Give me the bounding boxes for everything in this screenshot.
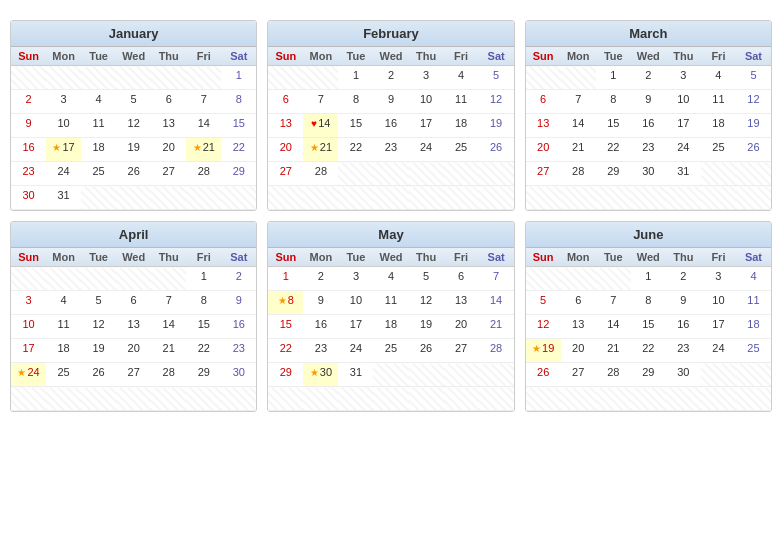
calendar-cell[interactable]: 2: [666, 267, 701, 291]
calendar-cell[interactable]: 28: [561, 162, 596, 186]
calendar-cell[interactable]: 6: [561, 291, 596, 315]
calendar-cell[interactable]: 13: [268, 114, 303, 138]
calendar-cell[interactable]: 11: [444, 90, 479, 114]
calendar-cell[interactable]: 10: [409, 90, 444, 114]
calendar-cell[interactable]: 21: [596, 339, 631, 363]
calendar-cell[interactable]: 15: [186, 315, 221, 339]
calendar-cell[interactable]: 19: [81, 339, 116, 363]
calendar-cell[interactable]: 31: [666, 162, 701, 186]
calendar-cell[interactable]: 6: [151, 90, 186, 114]
calendar-cell[interactable]: 24: [46, 162, 81, 186]
calendar-cell[interactable]: 22: [338, 138, 373, 162]
calendar-cell[interactable]: 6: [268, 90, 303, 114]
calendar-cell[interactable]: ★30: [303, 363, 338, 387]
calendar-cell[interactable]: 28: [479, 339, 514, 363]
calendar-cell[interactable]: 25: [373, 339, 408, 363]
calendar-cell[interactable]: 22: [596, 138, 631, 162]
calendar-cell[interactable]: 9: [11, 114, 46, 138]
calendar-cell[interactable]: 13: [116, 315, 151, 339]
calendar-cell[interactable]: 24: [338, 339, 373, 363]
calendar-cell[interactable]: 23: [221, 339, 256, 363]
calendar-cell[interactable]: 18: [444, 114, 479, 138]
calendar-cell[interactable]: 1: [221, 66, 256, 90]
calendar-cell[interactable]: 28: [303, 162, 338, 186]
calendar-cell[interactable]: 17: [666, 114, 701, 138]
calendar-cell[interactable]: 23: [373, 138, 408, 162]
calendar-cell[interactable]: 27: [561, 363, 596, 387]
calendar-cell[interactable]: 10: [46, 114, 81, 138]
calendar-cell[interactable]: 20: [444, 315, 479, 339]
calendar-cell[interactable]: 31: [338, 363, 373, 387]
calendar-cell[interactable]: 8: [221, 90, 256, 114]
calendar-cell[interactable]: 5: [81, 291, 116, 315]
calendar-cell[interactable]: 18: [81, 138, 116, 162]
calendar-cell[interactable]: 6: [116, 291, 151, 315]
calendar-cell[interactable]: 30: [666, 363, 701, 387]
calendar-cell[interactable]: 17: [409, 114, 444, 138]
calendar-cell[interactable]: 8: [186, 291, 221, 315]
calendar-cell[interactable]: 7: [561, 90, 596, 114]
calendar-cell[interactable]: 17: [701, 315, 736, 339]
calendar-cell[interactable]: 8: [596, 90, 631, 114]
calendar-cell[interactable]: 2: [631, 66, 666, 90]
calendar-cell[interactable]: 28: [186, 162, 221, 186]
calendar-cell[interactable]: 7: [151, 291, 186, 315]
calendar-cell[interactable]: 11: [736, 291, 771, 315]
calendar-cell[interactable]: 18: [701, 114, 736, 138]
calendar-cell[interactable]: ★19: [526, 339, 561, 363]
calendar-cell[interactable]: 1: [596, 66, 631, 90]
calendar-cell[interactable]: 16: [666, 315, 701, 339]
calendar-cell[interactable]: 17: [11, 339, 46, 363]
calendar-cell[interactable]: 1: [186, 267, 221, 291]
calendar-cell[interactable]: 17: [338, 315, 373, 339]
calendar-cell[interactable]: 9: [221, 291, 256, 315]
calendar-cell[interactable]: 16: [221, 315, 256, 339]
calendar-cell[interactable]: 19: [736, 114, 771, 138]
calendar-cell[interactable]: 22: [221, 138, 256, 162]
calendar-cell[interactable]: 26: [526, 363, 561, 387]
calendar-cell[interactable]: 28: [596, 363, 631, 387]
calendar-cell[interactable]: 8: [338, 90, 373, 114]
calendar-cell[interactable]: 12: [479, 90, 514, 114]
calendar-cell[interactable]: 20: [561, 339, 596, 363]
calendar-cell[interactable]: 19: [116, 138, 151, 162]
calendar-cell[interactable]: 5: [116, 90, 151, 114]
calendar-cell[interactable]: 7: [303, 90, 338, 114]
calendar-cell[interactable]: 15: [596, 114, 631, 138]
calendar-cell[interactable]: 29: [631, 363, 666, 387]
calendar-cell[interactable]: 5: [409, 267, 444, 291]
calendar-cell[interactable]: 5: [479, 66, 514, 90]
calendar-cell[interactable]: 29: [186, 363, 221, 387]
calendar-cell[interactable]: 11: [373, 291, 408, 315]
calendar-cell[interactable]: 22: [631, 339, 666, 363]
calendar-cell[interactable]: 14: [151, 315, 186, 339]
calendar-cell[interactable]: ★8: [268, 291, 303, 315]
calendar-cell[interactable]: 14: [596, 315, 631, 339]
calendar-cell[interactable]: 18: [736, 315, 771, 339]
calendar-cell[interactable]: 3: [409, 66, 444, 90]
calendar-cell[interactable]: 9: [666, 291, 701, 315]
calendar-cell[interactable]: 20: [116, 339, 151, 363]
calendar-cell[interactable]: 3: [11, 291, 46, 315]
calendar-cell[interactable]: 27: [268, 162, 303, 186]
calendar-cell[interactable]: 16: [11, 138, 46, 162]
calendar-cell[interactable]: ♥14: [303, 114, 338, 138]
calendar-cell[interactable]: 23: [11, 162, 46, 186]
calendar-cell[interactable]: 3: [701, 267, 736, 291]
calendar-cell[interactable]: 11: [46, 315, 81, 339]
calendar-cell[interactable]: 12: [526, 315, 561, 339]
calendar-cell[interactable]: 6: [526, 90, 561, 114]
calendar-cell[interactable]: 20: [526, 138, 561, 162]
calendar-cell[interactable]: 26: [409, 339, 444, 363]
calendar-cell[interactable]: 27: [116, 363, 151, 387]
calendar-cell[interactable]: ★21: [303, 138, 338, 162]
calendar-cell[interactable]: 15: [221, 114, 256, 138]
calendar-cell[interactable]: 22: [186, 339, 221, 363]
calendar-cell[interactable]: 30: [11, 186, 46, 210]
calendar-cell[interactable]: 20: [151, 138, 186, 162]
calendar-cell[interactable]: 25: [81, 162, 116, 186]
calendar-cell[interactable]: 24: [701, 339, 736, 363]
calendar-cell[interactable]: 27: [151, 162, 186, 186]
calendar-cell[interactable]: 11: [701, 90, 736, 114]
calendar-cell[interactable]: 23: [631, 138, 666, 162]
